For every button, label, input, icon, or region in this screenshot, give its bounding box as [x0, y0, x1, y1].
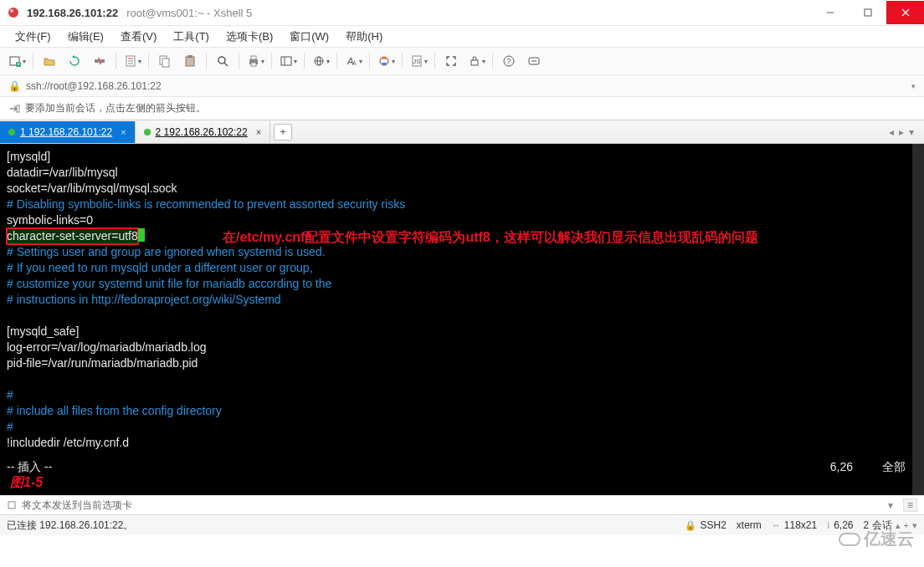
watermark: 亿速云 [839, 528, 914, 550]
svg-rect-19 [187, 55, 192, 58]
status-dot-icon [144, 129, 151, 135]
menu-tools[interactable]: 工具(T) [167, 27, 216, 47]
new-session-button[interactable]: +▾ [5, 50, 28, 72]
svg-point-1 [10, 9, 13, 13]
svg-rect-18 [186, 57, 194, 66]
find-button[interactable] [211, 50, 234, 72]
send-mode-icon [7, 500, 17, 510]
menu-view[interactable]: 查看(V) [114, 27, 163, 47]
print-button[interactable]: ▾ [244, 50, 267, 72]
svg-line-21 [224, 63, 228, 66]
tab-menu-icon[interactable]: ▾ [909, 126, 914, 138]
terminal-scrollbar[interactable] [912, 144, 924, 495]
svg-rect-17 [162, 59, 169, 67]
tab-session-1[interactable]: 1 192.168.26.101:22 × [0, 121, 136, 143]
send-input-bar[interactable]: 将文本发送到当前选项卡 ▼ ≡ [0, 495, 924, 515]
svg-rect-35 [471, 60, 478, 65]
window-title-main: 192.168.26.101:22 [27, 7, 118, 19]
lock-icon: 🔒 [8, 80, 21, 92]
send-input-placeholder: 将文本发送到当前选项卡 [22, 498, 132, 513]
script-button[interactable]: JS▾ [407, 50, 430, 72]
menu-help[interactable]: 帮助(H) [339, 27, 389, 47]
font-button[interactable]: AA▾ [341, 50, 365, 72]
titlebar: 192.168.26.101:22 root@vms001:~ - Xshell… [0, 0, 924, 25]
copy-button[interactable] [153, 50, 177, 72]
annotation-text: 在/etc/my.cnf配置文件中设置字符编码为utf8，这样可以解决我们显示信… [223, 229, 758, 247]
lock-icon: 🔒 [685, 520, 696, 531]
figure-label: 图1-5 [10, 474, 43, 492]
close-button[interactable] [886, 1, 924, 24]
svg-line-11 [99, 58, 100, 64]
status-term: xterm [737, 519, 762, 531]
size-icon: ↔ [772, 520, 781, 530]
app-icon [7, 6, 20, 19]
tab-close-icon[interactable]: × [256, 127, 261, 137]
svg-rect-10 [100, 59, 105, 63]
menu-file[interactable]: 文件(F) [8, 27, 58, 47]
hint-bar: 要添加当前会话，点击左侧的箭头按钮。 [0, 97, 924, 120]
svg-rect-24 [251, 63, 256, 66]
tab-scroll-right-icon[interactable]: ▸ [899, 126, 904, 138]
toolbar: +▾ ▾ ▾ ▾ ▾ AA▾ ▾ JS▾ ▾ ? [0, 47, 924, 75]
status-ssh: 🔒SSH2 [685, 519, 726, 531]
status-connection: 已连接 192.168.26.101:22。 [7, 518, 133, 533]
address-dropdown-icon[interactable]: ▾ [911, 82, 916, 90]
status-dot-icon [8, 129, 15, 135]
svg-rect-3 [865, 9, 871, 16]
cloud-icon [839, 533, 860, 546]
lock-button[interactable]: ▾ [465, 50, 488, 72]
svg-rect-25 [281, 57, 291, 65]
globe-button[interactable]: ▾ [309, 50, 332, 72]
tabbar: 1 192.168.26.101:22 × 2 192.168.26.102:2… [0, 120, 924, 144]
svg-rect-23 [251, 56, 256, 59]
terminal[interactable]: [mysqld]datadir=/var/lib/mysqlsocket=/va… [0, 144, 924, 495]
addressbar[interactable]: 🔒 ssh://root@192.168.26.101:22 ▾ [0, 75, 924, 97]
maximize-button[interactable] [849, 1, 886, 24]
reconnect-button[interactable] [63, 50, 86, 72]
svg-text:+: + [16, 61, 19, 67]
properties-button[interactable]: ▾ [121, 50, 144, 72]
address-text: ssh://root@192.168.26.101:22 [26, 80, 162, 92]
svg-point-20 [218, 57, 225, 64]
fullscreen-button[interactable] [439, 50, 463, 72]
compose-button[interactable] [522, 50, 546, 72]
paste-button[interactable] [178, 50, 202, 72]
cursor-icon: ⁞ [827, 520, 830, 531]
open-button[interactable] [38, 50, 61, 72]
tab-close-icon[interactable]: × [121, 127, 126, 137]
svg-text:JS: JS [413, 58, 420, 65]
status-size: ↔118x21 [772, 519, 817, 531]
window-title-sub: root@vms001:~ - Xshell 5 [126, 7, 252, 19]
svg-text:A: A [352, 60, 357, 66]
svg-point-0 [8, 8, 18, 18]
hint-arrow-icon[interactable] [8, 103, 20, 115]
minimize-button[interactable] [811, 1, 849, 24]
send-dropdown-icon[interactable]: ▼ [886, 501, 895, 510]
menu-tabs[interactable]: 选项卡(B) [219, 27, 280, 47]
svg-rect-41 [8, 502, 15, 508]
menu-window[interactable]: 窗口(W) [283, 27, 336, 47]
svg-text:?: ? [506, 57, 511, 65]
help-button[interactable]: ? [497, 50, 521, 72]
sessions-panel-button[interactable]: ▾ [276, 50, 300, 72]
statusbar: 已连接 192.168.26.101:22。 🔒SSH2 xterm ↔118x… [0, 515, 924, 535]
disconnect-button[interactable] [88, 50, 111, 72]
send-menu-icon[interactable]: ≡ [903, 498, 917, 512]
tab-session-2[interactable]: 2 192.168.26.102:22 × [136, 121, 271, 143]
menu-edit[interactable]: 编辑(E) [61, 27, 110, 47]
menubar: 文件(F) 编辑(E) 查看(V) 工具(T) 选项卡(B) 窗口(W) 帮助(… [0, 25, 924, 47]
svg-rect-40 [17, 105, 19, 112]
color-scheme-button[interactable]: ▾ [374, 50, 398, 72]
tab-scroll-left-icon[interactable]: ◂ [889, 126, 894, 138]
svg-rect-9 [95, 59, 99, 63]
hint-text: 要添加当前会话，点击左侧的箭头按钮。 [25, 101, 206, 115]
tab-add-button[interactable]: + [274, 124, 292, 140]
